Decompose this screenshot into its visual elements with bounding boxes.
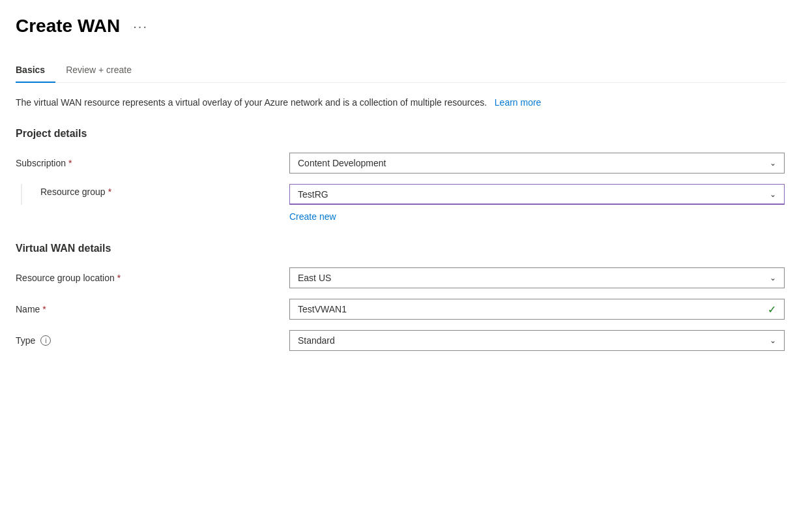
- page-title: Create WAN: [16, 16, 120, 37]
- subscription-dropdown[interactable]: Content Development ⌄: [289, 153, 785, 174]
- rg-location-label: Resource group location: [16, 273, 115, 283]
- name-row: Name * TestVWAN1 ✓: [16, 299, 786, 320]
- subscription-required-star: *: [68, 158, 72, 168]
- rg-location-chevron-icon: ⌄: [770, 273, 776, 282]
- subscription-chevron-icon: ⌄: [770, 159, 776, 168]
- page-header: Create WAN ···: [16, 16, 786, 37]
- type-label-col: Type i: [16, 335, 289, 346]
- name-input[interactable]: TestVWAN1 ✓: [289, 299, 785, 320]
- rg-location-value: East US: [298, 273, 331, 283]
- resource-group-label: Resource group: [40, 187, 106, 197]
- type-chevron-icon: ⌄: [770, 336, 776, 345]
- indent-bar: [21, 184, 22, 205]
- name-label-col: Name *: [16, 304, 289, 314]
- tab-basics[interactable]: Basics: [16, 58, 55, 83]
- subscription-value: Content Development: [298, 158, 386, 168]
- type-row: Type i Standard ⌄: [16, 330, 786, 351]
- rg-label-col: Resource group *: [16, 184, 289, 205]
- type-label: Type: [16, 335, 35, 346]
- name-check-icon: ✓: [768, 303, 776, 316]
- virtual-wan-details-title: Virtual WAN details: [16, 243, 786, 254]
- ellipsis-menu-button[interactable]: ···: [128, 16, 153, 37]
- resource-group-chevron-icon: ⌄: [770, 190, 776, 199]
- subscription-label-col: Subscription *: [16, 158, 289, 168]
- resource-group-required-star: *: [108, 187, 111, 197]
- resource-group-input-col: TestRG ⌄ Create new: [289, 184, 785, 222]
- create-new-link[interactable]: Create new: [289, 211, 336, 222]
- description-text: The virtual WAN resource represents a vi…: [16, 96, 732, 110]
- rg-location-required-star: *: [117, 273, 121, 283]
- page-container: Create WAN ··· Basics Review + create Th…: [0, 0, 812, 398]
- name-value: TestVWAN1: [298, 304, 347, 314]
- tab-review-create[interactable]: Review + create: [66, 58, 142, 83]
- name-input-col: TestVWAN1 ✓: [289, 299, 785, 320]
- learn-more-link[interactable]: Learn more: [492, 97, 541, 108]
- virtual-wan-details-section: Virtual WAN details Resource group locat…: [16, 243, 786, 351]
- name-required-star: *: [42, 304, 46, 314]
- resource-group-location-row: Resource group location * East US ⌄: [16, 267, 786, 288]
- subscription-input-col: Content Development ⌄: [289, 153, 785, 174]
- resource-group-dropdown[interactable]: TestRG ⌄: [289, 184, 785, 205]
- resource-group-value: TestRG: [298, 189, 328, 200]
- subscription-row: Subscription * Content Development ⌄: [16, 153, 786, 174]
- rg-location-dropdown[interactable]: East US ⌄: [289, 267, 785, 288]
- rg-location-input-col: East US ⌄: [289, 267, 785, 288]
- type-input-col: Standard ⌄: [289, 330, 785, 351]
- rg-location-label-col: Resource group location *: [16, 273, 289, 283]
- type-dropdown[interactable]: Standard ⌄: [289, 330, 785, 351]
- type-info-icon[interactable]: i: [40, 335, 51, 346]
- project-details-title: Project details: [16, 128, 786, 140]
- tabs-container: Basics Review + create: [16, 57, 786, 83]
- subscription-label: Subscription: [16, 158, 66, 168]
- resource-group-row: Resource group * TestRG ⌄ Create new: [16, 184, 786, 222]
- name-label: Name: [16, 304, 40, 314]
- type-value: Standard: [298, 335, 335, 346]
- project-details-section: Project details Subscription * Content D…: [16, 128, 786, 222]
